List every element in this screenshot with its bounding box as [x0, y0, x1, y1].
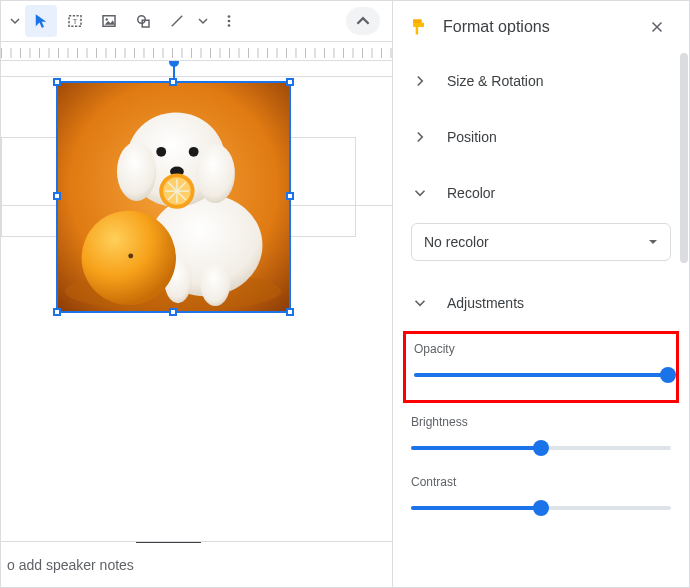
svg-point-16	[117, 142, 156, 201]
chevron-down-icon	[411, 294, 429, 312]
svg-point-3	[106, 18, 108, 20]
format-options-panel: Format options Size & Rotation Position …	[392, 1, 689, 587]
section-recolor[interactable]: Recolor	[411, 165, 671, 221]
contrast-thumb[interactable]	[533, 500, 549, 516]
section-label: Position	[447, 129, 497, 145]
svg-point-27	[82, 211, 176, 305]
svg-point-7	[228, 15, 231, 18]
more-vert-icon[interactable]	[213, 5, 245, 37]
resize-handle-sw[interactable]	[53, 308, 61, 316]
rotation-handle[interactable]	[169, 61, 179, 67]
section-position[interactable]: Position	[411, 109, 671, 165]
panel-title: Format options	[443, 18, 627, 36]
brightness-slider[interactable]	[411, 435, 671, 461]
line-tool-dropdown[interactable]	[195, 16, 211, 26]
brightness-thumb[interactable]	[533, 440, 549, 456]
selected-image[interactable]	[58, 83, 289, 311]
opacity-thumb[interactable]	[660, 367, 676, 383]
section-label: Adjustments	[447, 295, 524, 311]
opacity-slider[interactable]	[414, 362, 668, 388]
highlight-red-box: Opacity	[403, 331, 679, 403]
speaker-notes-prompt: o add speaker notes	[7, 557, 134, 573]
close-panel-button[interactable]	[641, 11, 673, 43]
section-adjustments[interactable]: Adjustments	[411, 275, 671, 331]
section-label: Size & Rotation	[447, 73, 544, 89]
chevron-down-icon	[411, 184, 429, 202]
opacity-slider-group: Opacity	[414, 338, 668, 390]
svg-point-28	[128, 254, 133, 259]
collapse-toolbar-button[interactable]	[346, 7, 380, 35]
contrast-label: Contrast	[411, 475, 671, 489]
svg-text:T: T	[73, 17, 78, 26]
shape-tool[interactable]	[127, 5, 159, 37]
brightness-label: Brightness	[411, 415, 671, 429]
resize-handle-s[interactable]	[169, 308, 177, 316]
format-options-icon	[409, 17, 429, 37]
svg-point-18	[156, 147, 166, 157]
recolor-select[interactable]: No recolor	[411, 223, 671, 261]
section-size-rotation[interactable]: Size & Rotation	[411, 53, 671, 109]
toolbar-leading-dropdown[interactable]	[7, 16, 23, 26]
dropdown-caret-icon	[648, 237, 658, 247]
chevron-right-icon	[411, 72, 429, 90]
panel-header: Format options	[393, 1, 689, 53]
toolbar: T	[1, 1, 392, 41]
resize-handle-w[interactable]	[53, 192, 61, 200]
resize-handle-ne[interactable]	[286, 78, 294, 86]
resize-handle-se[interactable]	[286, 308, 294, 316]
resize-handle-e[interactable]	[286, 192, 294, 200]
brightness-slider-group: Brightness	[411, 403, 671, 463]
horizontal-ruler[interactable]	[1, 41, 392, 61]
svg-point-17	[196, 144, 235, 203]
recolor-value: No recolor	[424, 234, 489, 250]
panel-scrollbar[interactable]	[680, 53, 688, 263]
section-label: Recolor	[447, 185, 495, 201]
image-selection[interactable]	[56, 81, 291, 313]
speaker-notes-bar[interactable]: o add speaker notes	[1, 541, 392, 587]
textbox-tool[interactable]: T	[59, 5, 91, 37]
svg-point-9	[228, 24, 231, 27]
image-tool[interactable]	[93, 5, 125, 37]
svg-rect-29	[413, 20, 421, 23]
svg-point-8	[228, 20, 231, 23]
resize-handle-nw[interactable]	[53, 78, 61, 86]
contrast-slider-group: Contrast	[411, 463, 671, 523]
opacity-label: Opacity	[414, 342, 668, 356]
contrast-slider[interactable]	[411, 495, 671, 521]
slide-canvas[interactable]	[1, 61, 392, 587]
select-tool[interactable]	[25, 5, 57, 37]
svg-point-14	[201, 263, 230, 306]
line-tool[interactable]	[161, 5, 193, 37]
svg-line-6	[172, 16, 183, 27]
editor-area: T	[1, 1, 392, 587]
chevron-right-icon	[411, 128, 429, 146]
resize-handle-n[interactable]	[169, 78, 177, 86]
svg-point-19	[189, 147, 199, 157]
